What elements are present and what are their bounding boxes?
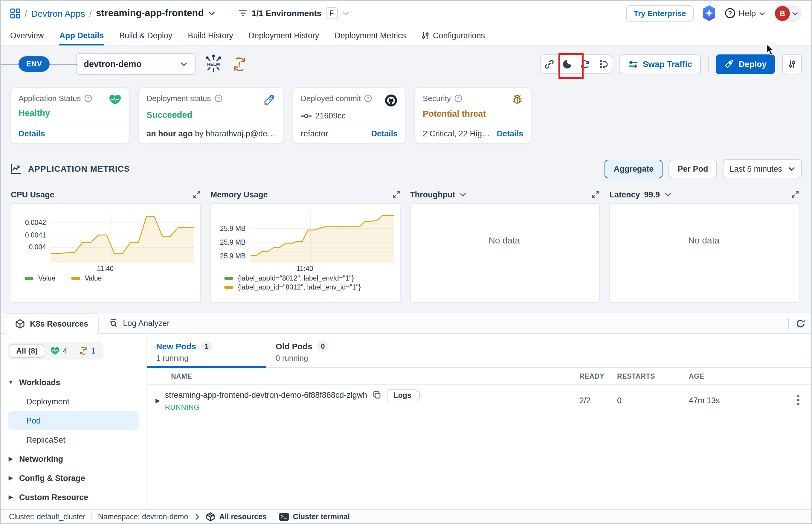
all-resources-tab[interactable]: All resources [205,512,266,521]
environment-selector[interactable]: devtron-demo [76,53,196,75]
sliders-icon [788,60,796,68]
heart-pulse-icon [50,346,60,355]
tab-log-analyzer[interactable]: Log Analyzer [98,313,179,333]
header-age: AGE [689,372,785,379]
commit-hash[interactable]: 21609cc [315,111,345,120]
app-switcher-grid-icon[interactable] [10,8,20,18]
security-card[interactable]: Security ? [415,87,531,144]
row-expand-caret-icon[interactable]: ▶ [155,397,160,404]
deployment-status-card[interactable]: Deployment status ? [138,87,284,144]
deployed-commit-details-link[interactable]: Details [371,129,397,138]
deployment-settings-button[interactable] [782,54,802,74]
security-details-link[interactable]: Details [496,129,523,138]
help-label: Help [739,9,756,18]
y-axis-labels: 25.9 MB25.9 MB25.9 MB [216,212,251,263]
try-enterprise-button[interactable]: Try Enterprise [626,5,694,21]
help-chevron-down-icon [759,11,765,15]
tree-group-workloads[interactable]: ▼ Workloads [8,373,147,392]
tree-group-networking[interactable]: ▶ Networking [8,449,147,469]
restart-workloads-button[interactable] [576,54,594,73]
tab-app-details[interactable]: App Details [60,26,104,45]
breadcrumb-devtron-apps-link[interactable]: Devtron Apps [31,8,85,18]
x-axis-tick: 11:40 [97,265,114,272]
tab-build-deploy[interactable]: Build & Deploy [119,26,172,45]
per-pod-toggle[interactable]: Per Pod [669,160,717,178]
filter-all[interactable]: All (8) [10,344,44,358]
rollback-button[interactable] [594,54,612,73]
chart-icon [10,163,22,175]
tab-configurations[interactable]: Configurations [422,26,485,45]
svg-text:?: ? [217,96,219,101]
external-links-button[interactable] [540,54,558,73]
app-switch-chevron-down-icon[interactable] [208,11,215,16]
application-status-details-link[interactable]: Details [19,129,45,138]
expand-icon[interactable] [192,190,201,199]
commit-icon [301,113,311,119]
deploy-button[interactable]: Deploy [716,54,775,74]
tab-deployment-metrics[interactable]: Deployment Metrics [335,26,406,45]
copy-icon[interactable] [373,391,382,399]
pod-table-row[interactable]: ▶ streaming-app-frontend-devtron-demo-6f… [147,384,811,416]
expand-icon[interactable] [592,190,600,199]
pod-name[interactable]: streaming-app-frontend-devtron-demo-6f88… [165,391,367,399]
no-data-text: No data [688,235,720,245]
chart-metric-dropdown-icon[interactable] [459,192,467,197]
logs-button[interactable]: Logs [387,389,418,401]
cluster-terminal-tab[interactable]: >_ Cluster terminal [279,512,350,521]
time-range-select[interactable]: Last 5 minutes [723,159,802,178]
refresh-icon[interactable] [796,318,806,328]
filter-healthy[interactable]: 4 [44,346,73,355]
deployment-status-meta: an hour ago by bharathvaj.p@devtro... [147,129,276,138]
row-menu-kebab-icon[interactable] [785,393,811,408]
caret-right-icon: ▶ [8,494,14,500]
header-ready: READY [579,372,617,379]
expand-icon[interactable] [392,190,400,199]
legend-item[interactable]: Value [71,275,102,282]
user-menu[interactable]: B [774,4,802,22]
y-axis-labels: 0.00420.00410.004 [16,212,51,263]
pod-restarts: 0 [617,396,689,405]
tree-group-custom-resource[interactable]: ▶ Custom Resource [8,488,147,507]
header-name: NAME [147,372,579,379]
no-data-text: No data [489,235,520,245]
help-menu[interactable]: ? Help [725,8,765,18]
aggregate-toggle[interactable]: Aggregate [605,160,663,178]
tab-k8s-resources[interactable]: K8s Resources [5,313,98,334]
tree-group-config-storage[interactable]: ▶ Config & Storage [8,469,147,488]
application-status-card[interactable]: Application Status ? Healthy [10,87,130,144]
tree-item-pod[interactable]: Pod [8,411,139,430]
tab-overview[interactable]: Overview [10,26,44,45]
restart-warning-icon[interactable]: ! [232,56,248,72]
legend-item[interactable]: Value [24,275,55,282]
caret-right-icon: ▶ [8,456,14,462]
svg-text:?: ? [728,10,732,16]
chart-metric-dropdown-icon[interactable] [664,192,671,197]
environments-chevron-down-icon[interactable] [342,11,349,16]
caret-down-icon: ▼ [8,379,14,385]
env-badge: ENV [18,56,50,72]
expand-icon[interactable] [791,190,799,199]
k8s-main: New Pods 1 1 running Old Pods 0 0 runnin… [147,334,811,512]
legend-item[interactable]: {label_app_id="8012", label_env_id="1"} [224,283,361,291]
tree-item-replicaset[interactable]: ReplicaSet [8,430,139,449]
tab-build-history[interactable]: Build History [188,26,233,45]
legend-item[interactable]: {label_appId="8012", label_envId="1"} [224,275,354,282]
pod-status: RUNNING [165,403,418,411]
old-pods-tab[interactable]: Old Pods 0 0 running [276,341,395,367]
swap-traffic-button[interactable]: Swap Traffic [620,54,701,74]
cluster-label: Cluster: default_cluster [9,512,85,521]
tab-deployment-history[interactable]: Deployment History [249,26,319,45]
gem-sparkle-icon[interactable] [702,5,716,21]
deployed-commit-card[interactable]: Deployed commit ? [292,87,406,144]
hibernate-button[interactable] [558,54,576,73]
filter-warning[interactable]: ! 1 [73,346,101,355]
caret-right-icon: ▶ [8,475,14,481]
svg-text:!: ! [83,348,84,353]
new-pods-tab[interactable]: New Pods 1 1 running [156,341,276,367]
tree-item-deployment[interactable]: Deployment [8,392,139,411]
info-icon: ? [214,95,222,102]
resource-filter-bar: All (8) 4 ! [8,342,103,360]
env-filter-badge[interactable]: F [325,7,338,19]
k8s-body: All (8) 4 ! [1,334,811,512]
security-summary: 2 Critical, 22 High, 17... [423,129,492,138]
